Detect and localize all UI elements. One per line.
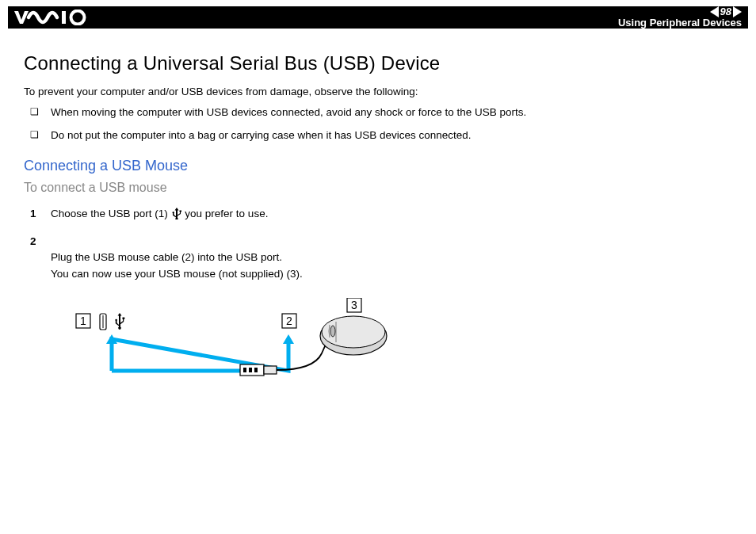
section-title: Using Peripheral Devices — [618, 17, 742, 29]
next-page-arrow-icon[interactable] — [733, 6, 742, 17]
usb-mouse-diagram: 1 2 3 — [52, 298, 732, 396]
diagram-label-3: 3 — [351, 299, 357, 311]
prev-page-arrow-icon[interactable] — [710, 6, 719, 17]
svg-rect-12 — [243, 368, 246, 372]
svg-marker-8 — [283, 334, 294, 344]
step-list: Choose the USB port (1) you prefer to us… — [24, 206, 732, 282]
task-title: To connect a USB mouse — [24, 181, 732, 195]
svg-point-18 — [330, 326, 335, 337]
page-number: 98 — [720, 6, 731, 17]
svg-rect-0 — [62, 11, 66, 24]
list-item: Do not put the computer into a bag or ca… — [24, 128, 732, 143]
usb-icon — [115, 313, 124, 330]
page-title: Connecting a Universal Serial Bus (USB) … — [24, 52, 732, 74]
diagram-label-2: 2 — [286, 315, 292, 327]
subsection-title: Connecting a USB Mouse — [24, 158, 732, 174]
list-item: Choose the USB port (1) you prefer to us… — [24, 206, 732, 224]
list-item: Plug the USB mouse cable (2) into the US… — [24, 234, 732, 282]
list-item: When moving the computer with USB device… — [24, 105, 732, 120]
page-nav: 98 — [710, 6, 742, 17]
intro-text: To prevent your computer and/or USB devi… — [24, 86, 732, 97]
svg-point-1 — [71, 11, 85, 25]
svg-rect-11 — [264, 366, 277, 374]
svg-rect-13 — [249, 368, 252, 372]
page-content: Connecting a Universal Serial Bus (USB) … — [0, 29, 756, 396]
diagram-label-1: 1 — [80, 315, 86, 327]
precaution-list: When moving the computer with USB device… — [24, 105, 732, 143]
usb-icon — [171, 207, 182, 224]
header-bar: 98 Using Peripheral Devices — [8, 6, 748, 29]
vaio-logo — [14, 10, 90, 25]
svg-rect-14 — [254, 368, 258, 372]
